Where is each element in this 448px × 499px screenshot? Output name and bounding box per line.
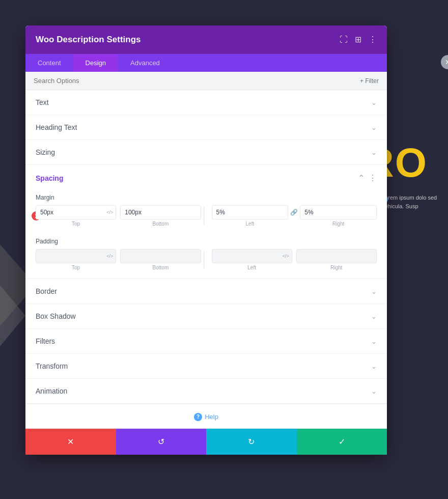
chevron-down-icon: ⌄ [371,149,377,156]
divider [204,207,204,225]
padding-label: Padding [36,238,377,245]
save-button[interactable]: ✓ [297,429,387,455]
margin-right-wrapper: Right [300,205,377,227]
padding-right-inputs: </> Left Right [207,249,377,270]
settings-body: Text ⌄ Heading Text ⌄ Sizing ⌄ Spacing ⌃… [25,90,387,428]
margin-label: Margin [36,194,377,201]
margin-right-input[interactable] [300,205,377,219]
margin-left-wrapper: Left [212,205,289,227]
modal-footer: ✕ ↺ ↻ ✓ [25,428,387,455]
padding-bottom-input[interactable] [120,249,201,263]
more-options-icon[interactable]: ⋮ [369,36,377,44]
search-input[interactable] [34,77,310,85]
section-text[interactable]: Text ⌄ [25,90,387,115]
padding-bottom-wrapper: Bottom [120,249,201,270]
unit-icon: </> [283,254,289,259]
section-filters-label: Filters [36,337,55,345]
padding-left-label: Left [212,265,292,270]
padding-inputs-row: </> Top Bottom [36,249,377,270]
redo-button[interactable]: ↻ [206,429,297,455]
chevron-down-icon: ⌄ [371,288,377,295]
chevron-up-icon[interactable]: ⌃ [358,173,365,183]
section-box-shadow-label: Box Shadow [36,312,76,320]
margin-left-input[interactable] [212,205,289,219]
spacing-title: Spacing [36,174,63,182]
section-animation-label: Animation [36,387,67,395]
margin-inputs-row: 1 </> Top [36,205,377,227]
help-icon: ? [194,413,202,421]
cancel-button[interactable]: ✕ [25,429,116,455]
tabs-bar: Content Design Advanced [25,54,387,72]
fullscreen-icon[interactable]: ⛶ [340,36,348,44]
padding-right-input[interactable] [296,249,377,263]
search-bar: + Filter [25,72,387,90]
margin-group: Margin 1 </> Top [25,191,387,235]
tab-design[interactable]: Design [73,54,118,72]
margin-left-inputs: </> Top Bottom [36,205,201,227]
section-sizing[interactable]: Sizing ⌄ [25,140,387,165]
tab-content[interactable]: Content [25,54,73,72]
chevron-down-icon: ⌄ [371,313,377,320]
section-transform[interactable]: Transform ⌄ [25,354,387,379]
margin-bottom-label: Bottom [120,221,201,227]
background-lorem: Lorem ipsum dolo sed vehicula. Susp [382,193,443,210]
padding-bottom-label: Bottom [120,265,201,270]
decorative-triangle-2 [0,285,25,346]
section-filters[interactable]: Filters ⌄ [25,329,387,354]
section-animation[interactable]: Animation ⌄ [25,379,387,404]
help-label: Help [205,413,218,421]
section-box-shadow[interactable]: Box Shadow ⌄ [25,304,387,329]
link-chain-icon[interactable]: 🔗 [290,209,298,223]
section-text-label: Text [36,98,49,106]
chevron-down-icon: ⌄ [371,338,377,345]
section-border-label: Border [36,287,57,295]
section-transform-label: Transform [36,362,68,370]
section-heading-text-label: Heading Text [36,123,77,131]
chevron-down-icon: ⌄ [371,363,377,370]
modal-title: Woo Description Settings [36,35,141,45]
divider [204,251,204,269]
modal-header: Woo Description Settings ⛶ ⊞ ⋮ [25,25,387,54]
chevron-down-icon: ⌄ [371,99,377,106]
margin-bottom-input[interactable] [120,205,201,219]
chevron-down-icon: ⌄ [371,124,377,131]
section-heading-text[interactable]: Heading Text ⌄ [25,115,387,140]
help-link[interactable]: ? Help [194,413,218,421]
padding-right-label: Right [296,265,377,270]
columns-icon[interactable]: ⊞ [355,36,361,44]
padding-top-input[interactable] [36,249,116,263]
spacing-more-icon[interactable]: ⋮ [369,173,377,183]
header-icons: ⛶ ⊞ ⋮ [340,36,377,44]
section-spacing: Spacing ⌃ ⋮ Margin 1 </> [25,165,387,279]
section-border[interactable]: Border ⌄ [25,279,387,304]
spacing-header[interactable]: Spacing ⌃ ⋮ [25,165,387,191]
padding-left-inputs: </> Top Bottom [36,249,201,270]
padding-top-wrapper: </> Top [36,249,116,270]
margin-right-inputs: Left 🔗 Right [207,205,377,227]
margin-top-wrapper: </> Top [36,205,116,227]
margin-top-label: Top [36,221,116,227]
padding-group: Padding </> Top [25,235,387,279]
padding-left-input[interactable] [212,249,292,263]
unit-icon: </> [106,254,113,259]
tab-advanced[interactable]: Advanced [118,54,172,72]
margin-right-label: Right [300,221,377,227]
reset-button[interactable]: ↺ [116,429,207,455]
margin-top-input[interactable] [36,205,116,219]
padding-right-input-wrapper: Right [296,249,377,270]
filter-button[interactable]: + Filter [360,77,379,85]
help-bar: ? Help [25,404,387,428]
margin-left-label: Left [212,221,289,227]
padding-left-input-wrapper: </> Left [212,249,292,270]
spacing-header-icons: ⌃ ⋮ [358,173,377,183]
close-icon: ✕ [445,58,448,66]
unit-icon: </> [106,210,113,215]
settings-modal: Woo Description Settings ⛶ ⊞ ⋮ Content D… [25,25,387,455]
margin-bottom-wrapper: Bottom [120,205,201,227]
padding-top-label: Top [36,265,116,270]
chevron-down-icon: ⌄ [371,387,377,395]
section-sizing-label: Sizing [36,148,55,156]
